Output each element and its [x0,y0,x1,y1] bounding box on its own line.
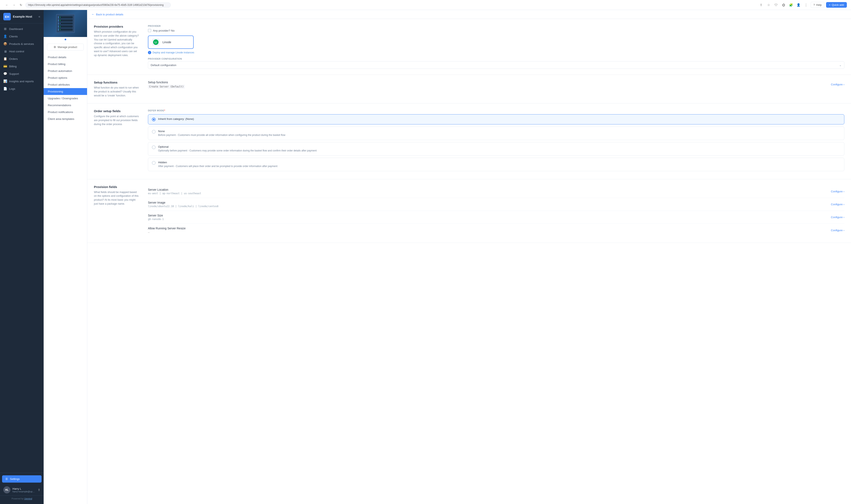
nav-product-automation[interactable]: Product automation [43,68,87,74]
sidebar-item-label: Orders [9,57,18,60]
puzzle-icon[interactable]: 🧩 [788,2,794,8]
sidebar-navigation: ⊞ Dashboard 👤 Clients 📦 Products & servi… [0,23,43,473]
sidebar-collapse-button[interactable]: « [38,15,40,18]
back-nav-button[interactable]: ← [4,2,10,8]
nav-product-notifications[interactable]: Product notifications [43,109,87,115]
sidebar-item-products[interactable]: 📦 Products & services [0,40,43,48]
chevron-right-icon-si: › [844,203,844,206]
product-panel: ⚙ Manage product Product details Product… [43,10,87,504]
chevron-right-icon-sr: › [844,229,844,232]
reload-button[interactable]: ↻ [18,2,24,8]
provision-fields-info: Provision fields What fields should be m… [94,185,140,237]
order-setup-info: Order setup fields Configure the point a… [94,109,140,173]
help-button[interactable]: ? Help [811,2,825,8]
settings-button[interactable]: ☰ Settings [2,475,41,483]
nav-product-attributes[interactable]: Product attributes [43,81,87,88]
bookmark-icon[interactable]: ☆ [766,2,772,8]
sidebar-item-label: Insights and reports [9,80,34,83]
any-provider-checkbox[interactable] [148,29,151,32]
provision-fields-section: Provision fields What fields should be m… [87,179,851,243]
share-icon[interactable]: ⇧ [758,2,764,8]
radio-content-none: None Before payment - Customers must pro… [158,130,285,137]
billing-icon: 💳 [3,65,7,68]
linode-provider-card[interactable]: Li Linode [148,36,194,49]
help-icon: ? [813,3,815,6]
any-provider-label: Any provider? No [153,29,175,32]
radio-hidden[interactable]: Hidden After payment - Customers will pl… [148,158,844,171]
sidebar-item-orders[interactable]: 📋 Orders [0,55,43,62]
radio-content-hidden: Hidden After payment - Customers will pl… [158,161,277,168]
provision-providers-desc: Which provision configuration do you wan… [94,30,140,57]
forward-nav-button[interactable]: → [11,2,17,8]
sidebar: EH Example Host « ⊞ Dashboard 👤 Clients … [0,10,43,504]
field-name-server-resize: Allow Running Server Resize [148,227,185,230]
orders-icon: 📋 [3,57,7,61]
configure-label: Configure [831,83,843,86]
back-to-product-link[interactable]: ← Back to product details [91,13,123,16]
content-area: ⚙ Manage product Product details Product… [43,10,851,504]
linode-logo: Li [152,38,160,46]
sidebar-item-insights[interactable]: 📊 Insights and reports [0,77,43,85]
sidebar-item-label: Clients [9,35,18,38]
radio-none[interactable]: None Before payment - Customers must pro… [148,127,844,140]
browser-bar: ← → ↻ https://3mrvxoly v4br.upmind.app/a… [4,2,755,8]
config-value: Default configuration [151,64,176,67]
provision-providers-title: Provision providers [94,25,140,28]
user-section[interactable]: HL Harry L harry+example@upmind.... ⇧ [0,484,43,496]
sidebar-item-billing[interactable]: 💳 Billing [0,62,43,70]
any-provider-row: Any provider? No [148,29,844,32]
nav-upgrades-downgrades[interactable]: Upgrades / Downgrades [43,95,87,102]
setup-functions-configure-link[interactable]: Configure › [831,83,844,86]
power-icon[interactable]: ⏻ [781,2,786,8]
logs-icon: 📄 [3,87,7,91]
server-image-configure-link[interactable]: Configure › [831,203,844,206]
svg-text:Li: Li [155,41,157,44]
url-bar[interactable]: https://3mrvxoly v4br.upmind.app/admin/s… [25,2,171,7]
server-size-configure-link[interactable]: Configure › [831,216,844,219]
nav-recommendations[interactable]: Recommendations [43,102,87,109]
manage-product-button[interactable]: ⚙ Manage product [47,43,84,51]
order-setup-desc: Configure the point at which customers a… [94,114,140,126]
products-icon: 📦 [3,42,7,46]
grid-icon[interactable]: ⋮ [803,2,809,8]
chevron-right-icon-ss: › [844,216,844,219]
settings-label: Settings [10,478,20,481]
field-info-server-size: Server Size g6-nanode-1 [148,214,164,221]
configure-label-ss: Configure [831,216,843,219]
sidebar-item-host-control[interactable]: 🖥 Host control [0,48,43,55]
radio-desc-none: Before payment - Customers must provide … [158,133,285,137]
profile-icon[interactable]: 👤 [796,2,801,8]
upmind-link[interactable]: Upmind [24,497,32,500]
functions-value: Create Server (Default) [148,85,185,89]
dot-indicator [43,37,87,42]
provision-providers-body: PROVIDER Any provider? No Li Linode i De… [148,25,844,69]
radio-title-optional: Optional [158,145,316,148]
server-resize-configure-link[interactable]: Configure › [831,229,844,232]
nav-product-billing[interactable]: Product billing [43,61,87,68]
server-unit [58,16,73,18]
nav-product-details[interactable]: Product details [43,54,87,61]
field-row-server-size: Server Size g6-nanode-1 Configure › [148,211,844,224]
provider-config-select[interactable]: Default configuration ⌄ [148,61,844,69]
sidebar-item-logs[interactable]: 📄 Logs [0,85,43,92]
nav-product-options[interactable]: Product options [43,74,87,81]
sidebar-item-label: Products & services [9,42,34,46]
server-unit [58,29,73,31]
provider-info-row: i Deploy and manage Linode instances [148,51,844,54]
radio-desc-optional: Optionally before payment - Customers ma… [158,149,316,152]
sidebar-item-support[interactable]: 💬 Support [0,70,43,77]
shield-icon[interactable]: 🛡 [773,2,779,8]
sidebar-item-clients[interactable]: 👤 Clients [0,33,43,40]
sidebar-item-dashboard[interactable]: ⊞ Dashboard [0,25,43,33]
chevron-right-icon-sl: › [844,190,844,193]
sidebar-item-label: Billing [9,65,17,68]
radio-inherit[interactable]: Inherit from category: (None) [148,114,844,124]
provision-fields-title: Provision fields [94,185,140,188]
functions-row: Setup functions Create Server (Default) … [148,80,844,88]
nav-provisioning[interactable]: Provisioning [43,88,87,95]
radio-optional[interactable]: Optional Optionally before payment - Cus… [148,142,844,156]
back-arrow-icon: ← [91,13,95,16]
quick-add-button[interactable]: + Quick add [826,2,847,8]
server-location-configure-link[interactable]: Configure › [831,190,844,193]
nav-client-area-templates[interactable]: Client area templates [43,115,87,122]
